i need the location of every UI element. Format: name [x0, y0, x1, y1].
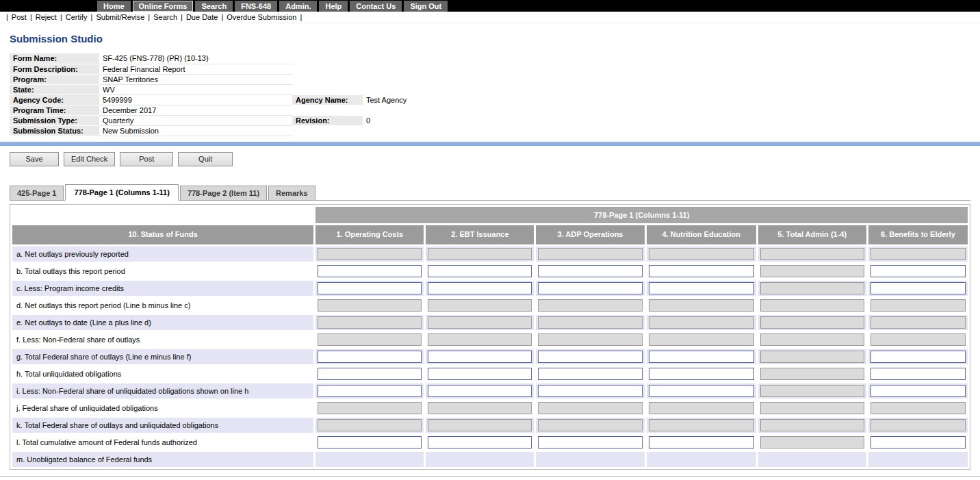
- input-b-col6[interactable]: [871, 265, 966, 277]
- input-g-col4[interactable]: [649, 351, 754, 363]
- input-c-col4[interactable]: [649, 282, 754, 294]
- input-i-col4[interactable]: [649, 385, 754, 397]
- menu-search[interactable]: Search: [153, 13, 177, 21]
- menu-separator: |: [181, 13, 183, 21]
- input-g-col6[interactable]: [871, 351, 966, 363]
- nav-home[interactable]: Home: [97, 1, 131, 12]
- input-g-col5: [760, 351, 864, 363]
- input-e-col5: [760, 316, 864, 329]
- grid-cell-g-1: [315, 349, 424, 364]
- input-l-col4[interactable]: [649, 436, 754, 449]
- input-d-col3: [538, 299, 642, 312]
- grid-cell-g-2: [426, 349, 534, 364]
- input-g-col3[interactable]: [538, 351, 642, 363]
- input-h-col2[interactable]: [428, 368, 532, 380]
- nav-fns-648[interactable]: FNS-648: [235, 1, 277, 12]
- input-b-col4[interactable]: [649, 265, 754, 277]
- menu-certify[interactable]: Certify: [66, 13, 88, 21]
- tab-778-page-2-item-11[interactable]: 778-Page 2 (Item 11): [180, 186, 267, 200]
- grid-cell-i-3: [536, 383, 644, 399]
- form-details-body: Form Name:SF-425 (FNS-778) (PR) (10-13)F…: [10, 53, 970, 136]
- input-a-col3: [538, 248, 642, 260]
- nav-help[interactable]: Help: [319, 1, 348, 12]
- input-i-col6[interactable]: [871, 385, 966, 397]
- menu-submit-revise[interactable]: Submit/Revise: [96, 13, 144, 21]
- input-i-col1[interactable]: [318, 385, 422, 397]
- input-l-col2[interactable]: [428, 436, 532, 449]
- menu-overdue-submission[interactable]: Overdue Submission: [227, 13, 296, 21]
- input-g-col2[interactable]: [428, 351, 532, 363]
- input-c-col2[interactable]: [428, 282, 532, 294]
- input-i-col2[interactable]: [428, 385, 532, 397]
- row-label-l: l. Total cumulative amount of Federal fu…: [12, 435, 313, 450]
- field-label-2: [292, 64, 363, 74]
- input-h-col6[interactable]: [871, 368, 966, 380]
- save-button[interactable]: Save: [10, 152, 59, 166]
- grid-cell-d-4: [647, 298, 756, 313]
- tab-778-page-1-columns-1-11[interactable]: 778-Page 1 (Columns 1-11): [65, 184, 178, 201]
- input-c-col3[interactable]: [538, 282, 642, 294]
- input-c-col1[interactable]: [318, 282, 422, 294]
- input-d-col6: [871, 299, 966, 312]
- nav-online-forms[interactable]: Online Forms: [133, 1, 194, 12]
- tab-425-page-1[interactable]: 425-Page 1: [10, 186, 64, 200]
- nav-search[interactable]: Search: [195, 1, 233, 12]
- nav-admin[interactable]: Admin.: [279, 1, 317, 12]
- input-b-col1[interactable]: [318, 265, 422, 277]
- edit-check-button[interactable]: Edit Check: [64, 152, 115, 166]
- input-c-col6[interactable]: [871, 282, 966, 294]
- grid-cell-j-4: [647, 401, 756, 416]
- input-l-col1[interactable]: [318, 436, 422, 449]
- field-value: December 2017: [99, 105, 292, 115]
- input-a-col5: [760, 248, 864, 260]
- input-h-col4[interactable]: [649, 368, 754, 380]
- input-l-col3[interactable]: [538, 436, 642, 449]
- menu-separator: |: [91, 13, 93, 21]
- grid-cell-f-3: [536, 332, 644, 347]
- input-g-col1[interactable]: [318, 351, 422, 363]
- grid-row-g: g. Total Federal share of outlays (Line …: [12, 349, 968, 364]
- page-title: Submission Studio: [10, 33, 980, 45]
- input-b-col2[interactable]: [428, 265, 532, 277]
- input-k-col3: [538, 419, 642, 431]
- menu-reject[interactable]: Reject: [36, 13, 57, 21]
- grid-cell-k-2: [426, 418, 534, 433]
- grid-cell-f-1: [315, 332, 424, 347]
- grid-cell-a-5: [758, 247, 866, 262]
- nav-contact-us[interactable]: Contact Us: [350, 1, 402, 12]
- quit-button[interactable]: Quit: [178, 152, 233, 166]
- input-e-col4: [649, 316, 754, 329]
- grid-cell-g-3: [536, 349, 644, 364]
- input-e-col1: [318, 316, 422, 329]
- field-value-2: [363, 74, 970, 84]
- tab-remarks[interactable]: Remarks: [268, 186, 315, 200]
- grid-cell-h-4: [647, 366, 756, 381]
- field-label: Agency Code:: [10, 94, 99, 105]
- input-d-col2: [428, 299, 532, 312]
- grid-cell-j-1: [315, 401, 424, 416]
- field-value-2: [363, 105, 970, 115]
- field-value: 5499999: [99, 94, 292, 105]
- field-value-2: [363, 53, 970, 64]
- input-k-col6: [871, 419, 966, 431]
- input-i-col3[interactable]: [538, 385, 642, 397]
- menu-due-date[interactable]: Due Date: [186, 13, 218, 21]
- nav-sign-out[interactable]: Sign Out: [404, 1, 448, 12]
- grid-row-d: d. Net outlays this report period (Line …: [12, 298, 968, 313]
- field-label: Submission Type:: [10, 115, 99, 125]
- input-h-col1[interactable]: [318, 368, 422, 380]
- input-l-col6[interactable]: [871, 436, 966, 449]
- input-b-col3[interactable]: [538, 265, 642, 277]
- grid-cell-i-4: [647, 383, 756, 399]
- post-button[interactable]: Post: [120, 152, 173, 166]
- grid-cell-k-5: [758, 418, 866, 433]
- menu-post[interactable]: Post: [12, 13, 27, 21]
- field-label: State:: [10, 84, 99, 94]
- grid-row-f: f. Less: Non-Federal share of outlays: [12, 332, 968, 347]
- status-of-funds-grid: 778-Page 1 (Columns 1-11) 10. Status of …: [10, 205, 970, 469]
- field-value: New Submission: [99, 125, 292, 136]
- input-h-col3[interactable]: [538, 368, 642, 380]
- field-label-2: Agency Name:: [292, 94, 363, 105]
- field-label-2: [292, 125, 363, 136]
- grid-cell-j-3: [536, 401, 644, 416]
